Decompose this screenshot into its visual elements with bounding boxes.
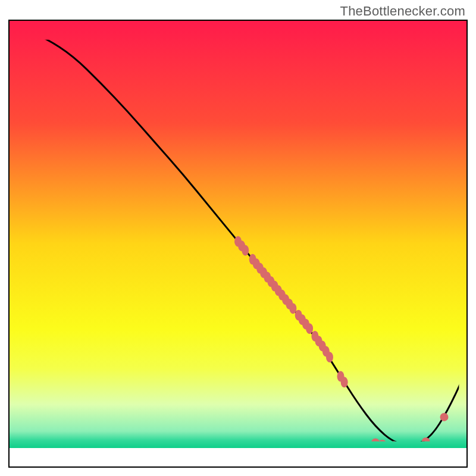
chart-container: TheBottlenecker.com <box>0 0 476 476</box>
attribution-label: TheBottlenecker.com <box>340 4 465 19</box>
scatter-point <box>440 413 449 421</box>
scatter-point <box>306 323 313 334</box>
chart-plot <box>0 0 476 476</box>
scatter-point <box>242 245 249 256</box>
scatter-point <box>326 352 333 362</box>
scatter-point <box>289 303 296 314</box>
scatter-point <box>341 377 348 387</box>
